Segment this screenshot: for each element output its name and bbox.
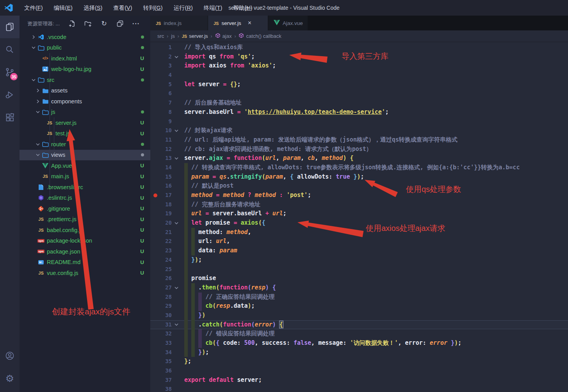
search-icon[interactable] <box>0 38 20 61</box>
tree-item-src[interactable]: src <box>20 74 150 85</box>
tree-item-package-lock.json[interactable]: npmpackage-lock.jsonU <box>20 236 150 247</box>
menu-item-2[interactable]: 选择(S) <box>78 0 108 16</box>
code-line-1[interactable]: 1// 导入qs和axios库 <box>150 43 568 52</box>
menu-item-5[interactable]: 运行(R) <box>168 0 198 16</box>
tab-Ajax.vue[interactable]: Ajax.vue <box>268 16 308 30</box>
close-icon[interactable]: × <box>248 20 251 27</box>
code-line-38[interactable]: 38 <box>150 385 568 392</box>
tree-item-babel.config.js[interactable]: JSbabel.config.jsU <box>20 225 150 236</box>
tree-item-js[interactable]: js <box>20 107 150 118</box>
new-file-icon[interactable] <box>68 20 76 27</box>
code-line-35[interactable]: 35}; <box>150 357 568 366</box>
code-line-15[interactable]: 15param = qs.stringify(param, { allowDot… <box>150 172 568 182</box>
new-folder-icon[interactable] <box>84 20 92 27</box>
run-debug-icon[interactable] <box>0 83 20 106</box>
code-line-24[interactable]: 24}); <box>150 255 568 265</box>
tab-server.js[interactable]: JSserver.js× <box>208 16 268 30</box>
tree-item-.gitignore[interactable]: .gitignoreU <box>20 203 150 214</box>
code-line-27[interactable]: 27.then(function(resp) { <box>150 283 568 293</box>
code-line-32[interactable]: 32// 错误应答结果回调处理 <box>150 329 568 339</box>
tree-item-server.js[interactable]: JSserver.jsU <box>20 117 150 128</box>
code-line-28[interactable]: 28// 正确应答结果回调处理 <box>150 293 568 302</box>
fold-chevron-icon[interactable] <box>172 320 181 330</box>
source-control-icon[interactable]: 35 <box>0 61 20 83</box>
chevron-down-icon[interactable] <box>34 152 41 158</box>
more-actions-icon[interactable]: ··· <box>132 20 140 27</box>
collapse-folders-icon[interactable] <box>116 20 124 27</box>
tree-item-web-logo-hu.jpg[interactable]: web-logo-hu.jpgU <box>20 64 150 75</box>
code-line-21[interactable]: 21method: method, <box>150 228 568 237</box>
breadcrumb-item-catch() callback[interactable]: catch() callback <box>239 33 281 39</box>
tree-item-package.json[interactable]: npmpackage.jsonU <box>20 246 150 257</box>
code-line-30[interactable]: 30}) <box>150 311 568 320</box>
tree-item-router[interactable]: router <box>20 139 150 150</box>
code-line-25[interactable]: 25 <box>150 265 568 274</box>
tree-item-.eslintrc.js[interactable]: .eslintrc.jsU <box>20 193 150 204</box>
breadcrumb-item-js[interactable]: js <box>171 33 174 39</box>
fold-chevron-icon[interactable] <box>172 52 181 62</box>
code-line-4[interactable]: 4 <box>150 71 568 80</box>
code-line-7[interactable]: 7// 后台服务基础地址 <box>150 98 568 108</box>
code-line-5[interactable]: 5let server = {}; <box>150 80 568 89</box>
menu-item-3[interactable]: 查看(V) <box>108 0 137 16</box>
tree-item-vue.config.js[interactable]: JSvue.config.jsU <box>20 268 150 278</box>
chevron-down-icon[interactable] <box>30 77 37 83</box>
code-line-14[interactable]: 14// 转换成查询字符串格式, allowDots: true参数表示将多级j… <box>150 163 568 172</box>
tree-item-assets[interactable]: assets <box>20 85 150 96</box>
tab-index.js[interactable]: JSindex.js <box>150 16 208 30</box>
tree-item-test.js[interactable]: JStest.jsU <box>20 128 150 139</box>
tree-item-App.vue[interactable]: App.vueU <box>20 160 150 171</box>
chevron-down-icon[interactable] <box>34 109 41 115</box>
menu-item-4[interactable]: 转到(G) <box>138 0 168 16</box>
code-line-26[interactable]: 26promise <box>150 274 568 283</box>
tree-item-.browserslistrc[interactable]: .browserslistrcU <box>20 182 150 193</box>
code-line-36[interactable]: 36 <box>150 366 568 376</box>
code-line-33[interactable]: 33cb({ code: 500, success: false, messag… <box>150 339 568 348</box>
code-line-10[interactable]: 10// 封装ajax请求 <box>150 126 568 135</box>
fold-chevron-icon[interactable] <box>172 126 181 135</box>
code-line-34[interactable]: 34}); <box>150 348 568 357</box>
chevron-right-icon[interactable] <box>34 88 41 93</box>
explorer-icon[interactable] <box>0 16 20 38</box>
code-line-13[interactable]: 13server.ajax = function(url, param, cb,… <box>150 154 568 163</box>
refresh-icon[interactable]: ↻ <box>100 20 108 27</box>
menu-item-1[interactable]: 编辑(E) <box>48 0 78 16</box>
code-line-11[interactable]: 11// url: 后端api地址, param: 发送给后端请求的参数（jso… <box>150 135 568 145</box>
code-line-22[interactable]: 22url: url, <box>150 237 568 246</box>
code-line-8[interactable]: 8server.baseUrl = 'https://huhuiyu.top/t… <box>150 108 568 117</box>
code-line-20[interactable]: 20let promise = axios({ <box>150 218 568 228</box>
chevron-right-icon[interactable] <box>30 34 37 40</box>
breadcrumb-item-server.js[interactable]: JSserver.js <box>182 33 208 39</box>
breakpoint-icon[interactable] <box>153 193 157 197</box>
code-line-16[interactable]: 16// 默认是post <box>150 181 568 191</box>
breadcrumb-item-src[interactable]: src <box>157 33 164 39</box>
tree-item-main.js[interactable]: JSmain.jsU <box>20 171 150 182</box>
fold-chevron-icon[interactable] <box>172 154 181 163</box>
code-line-19[interactable]: 19url = server.baseUrl + url; <box>150 209 568 218</box>
tree-item-.prettierrc.js[interactable]: JS.prettierrc.jsU <box>20 214 150 225</box>
menu-item-0[interactable]: 文件(F) <box>19 0 48 16</box>
code-line-23[interactable]: 23data: param <box>150 246 568 255</box>
code-editor[interactable]: 1// 导入qs和axios库2import qs from 'qs';3imp… <box>150 42 568 392</box>
account-icon[interactable] <box>0 344 20 367</box>
fold-chevron-icon[interactable] <box>172 283 181 293</box>
tree-item-index.html[interactable]: </>index.htmlU <box>20 53 150 64</box>
chevron-down-icon[interactable] <box>30 45 37 50</box>
chevron-down-icon[interactable] <box>34 142 41 147</box>
tree-item-components[interactable]: components <box>20 96 150 107</box>
tree-item-README.md[interactable]: M↓README.mdU <box>20 257 150 268</box>
code-line-31[interactable]: 31.catch(function(error) { <box>150 320 568 330</box>
code-line-6[interactable]: 6 <box>150 89 568 98</box>
chevron-right-icon[interactable] <box>34 99 41 104</box>
tree-item-views[interactable]: views <box>20 150 150 161</box>
code-line-3[interactable]: 3import axios from 'axios'; <box>150 61 568 71</box>
code-line-2[interactable]: 2import qs from 'qs'; <box>150 52 568 62</box>
code-line-12[interactable]: 12// cb: ajax请求回调处理函数, method: 请求方式（默认为p… <box>150 145 568 154</box>
fold-chevron-icon[interactable] <box>172 218 181 228</box>
tree-item-.vscode[interactable]: .vscode <box>20 32 150 43</box>
menu-item-6[interactable]: 终端(T) <box>198 0 228 16</box>
breadcrumb-item-ajax[interactable]: ajax <box>215 33 232 39</box>
code-line-9[interactable]: 9 <box>150 117 568 126</box>
settings-gear-icon[interactable]: ⚙ <box>0 367 20 390</box>
tree-item-public[interactable]: public <box>20 43 150 53</box>
